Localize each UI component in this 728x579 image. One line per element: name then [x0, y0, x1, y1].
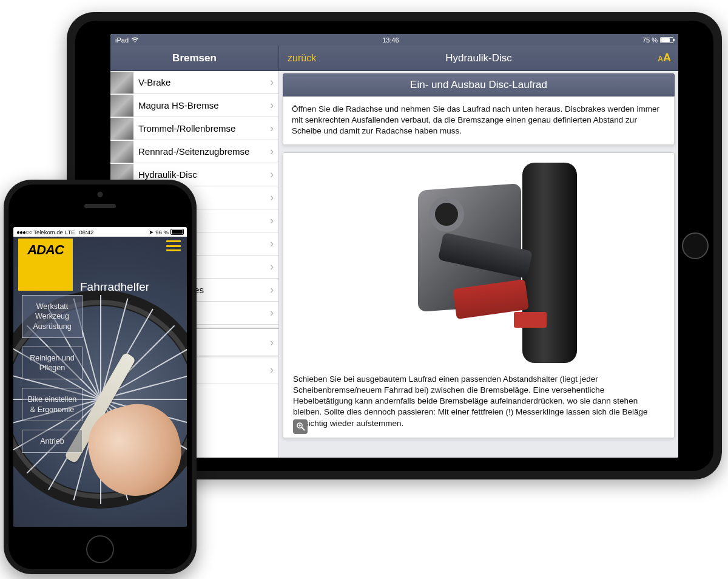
- chevron-right-icon: ›: [270, 214, 274, 227]
- iphone-screen: ●●●○○ Telekom.de LTE 08:42 ➤ 96 % ADAC F…: [13, 227, 187, 527]
- iphone-nav-item[interactable]: Werkstatt Werkzeug Ausrüstung: [22, 295, 83, 338]
- iphone-nav-item[interactable]: Antrieb: [22, 430, 83, 453]
- iphone-nav-item[interactable]: Bike einstellen & Ergonomie: [22, 388, 83, 421]
- signal-dots-icon: ●●●○○: [16, 229, 32, 235]
- detail-title: Hydraulik-Disc: [279, 52, 678, 64]
- iphone-app-title: Fahrradhelfer: [80, 280, 149, 294]
- chevron-right-icon: ›: [270, 76, 274, 89]
- sidebar-thumb: [110, 141, 133, 163]
- sidebar-thumb: [110, 118, 133, 140]
- ipad-device-label: iPad: [115, 36, 129, 44]
- network-label: LTE: [65, 229, 75, 235]
- sidebar-thumb: [110, 95, 133, 117]
- chevron-right-icon: ›: [270, 283, 274, 296]
- chevron-right-icon: ›: [270, 336, 274, 349]
- chevron-right-icon: ›: [270, 145, 274, 158]
- back-button[interactable]: zurück: [279, 53, 316, 64]
- sidebar-item[interactable]: Magura HS-Bremse›: [110, 94, 278, 117]
- zoom-icon[interactable]: [293, 419, 308, 434]
- ipad-battery-pct: 75 %: [642, 36, 658, 44]
- ipad-sidebar-title: Bremsen: [110, 46, 279, 70]
- sidebar-item-label: V-Brake: [138, 77, 270, 87]
- chevron-right-icon: ›: [270, 306, 274, 319]
- chevron-right-icon: ›: [270, 364, 274, 376]
- sidebar-item-label: Hydraulik-Disc: [138, 169, 270, 180]
- iphone-earpiece: [84, 204, 116, 208]
- disc-brake-image: [293, 163, 664, 363]
- location-icon: ➤: [149, 229, 153, 235]
- ipad-header: Bremsen zurück Hydraulik-Disc AA: [110, 46, 678, 71]
- sidebar-item-label: Rennrad-/Seitenzugbremse: [138, 146, 270, 157]
- text-size-button[interactable]: AA: [658, 52, 671, 64]
- detail-paragraph-2: Schieben Sie bei ausgebautem Laufrad ein…: [292, 370, 666, 429]
- iphone-nav: Werkstatt Werkzeug AusrüstungReinigen un…: [22, 295, 83, 453]
- chevron-right-icon: ›: [270, 168, 274, 181]
- carrier-label: Telekom.de: [33, 229, 63, 235]
- svg-line-1: [302, 428, 304, 430]
- sidebar-item-label: Trommel-/Rollenbremse: [138, 123, 270, 134]
- iphone-status-bar: ●●●○○ Telekom.de LTE 08:42 ➤ 96 %: [13, 227, 187, 237]
- chevron-right-icon: ›: [270, 237, 274, 250]
- chevron-right-icon: ›: [270, 99, 274, 112]
- sidebar-item[interactable]: Rennrad-/Seitenzugbremse›: [110, 140, 278, 163]
- battery-icon: [170, 229, 184, 235]
- iphone-battery-pct: 96 %: [155, 229, 169, 235]
- detail-paragraph-1: Öffnen Sie die Radachse und nehmen Sie d…: [283, 96, 675, 145]
- battery-icon: [660, 37, 673, 43]
- iphone-frame: ●●●○○ Telekom.de LTE 08:42 ➤ 96 % ADAC F…: [4, 180, 197, 574]
- adac-logo-text: ADAC: [27, 242, 64, 258]
- iphone-main: ADAC Fahrradhelfer Werkstatt Werkzeug Au…: [13, 237, 187, 527]
- chevron-right-icon: ›: [270, 191, 274, 204]
- sidebar-item[interactable]: V-Brake›: [110, 71, 278, 94]
- ipad-clock: 13:46: [382, 36, 399, 44]
- adac-logo: ADAC: [18, 239, 73, 291]
- sidebar-thumb: [110, 72, 133, 93]
- wifi-icon: [131, 37, 139, 43]
- ipad-status-bar: iPad 13:46 75 %: [110, 34, 678, 46]
- section-title: Ein- und Ausbau Disc-Laufrad: [283, 73, 675, 96]
- iphone-clock: 08:42: [79, 229, 94, 235]
- iphone-camera: [98, 192, 103, 197]
- ipad-detail-pane[interactable]: Ein- und Ausbau Disc-Laufrad Öffnen Sie …: [279, 71, 678, 458]
- hamburger-icon[interactable]: [166, 240, 181, 251]
- detail-image-card: Schieben Sie bei ausgebautem Laufrad ein…: [283, 152, 675, 438]
- sidebar-item[interactable]: Trommel-/Rollenbremse›: [110, 117, 278, 140]
- chevron-right-icon: ›: [270, 260, 274, 273]
- chevron-right-icon: ›: [270, 122, 274, 135]
- iphone-nav-item[interactable]: Reinigen und Pflegen: [22, 347, 83, 380]
- iphone-home-button[interactable]: [86, 535, 114, 563]
- sidebar-item-label: Magura HS-Bremse: [138, 100, 270, 110]
- ipad-home-button[interactable]: [682, 232, 709, 259]
